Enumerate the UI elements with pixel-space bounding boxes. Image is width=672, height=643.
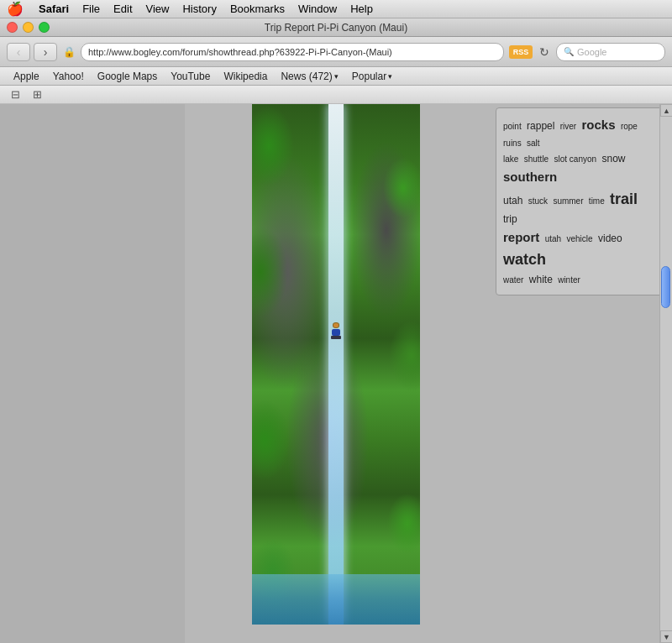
search-icon: 🔍 (564, 47, 574, 56)
waterfall-stream (328, 104, 344, 625)
lock-icon: 🔒 (60, 43, 77, 61)
titlebar: Trip Report Pi-Pi Canyon (Maui) (0, 18, 672, 37)
tag-ruins[interactable]: ruins (503, 139, 522, 148)
toolbar: ‹ › 🔒 http://www.bogley.com/forum/showth… (0, 37, 672, 67)
bottom-pool (252, 574, 420, 625)
maximize-button[interactable] (39, 22, 50, 33)
tag-watch[interactable]: watch (503, 251, 546, 268)
tag-salt[interactable]: salt (527, 139, 540, 148)
popular-label: Popular (352, 71, 386, 82)
tag-trip[interactable]: trip (503, 213, 517, 225)
menubar-file[interactable]: File (76, 0, 107, 18)
tag-vehicle[interactable]: vehicle (567, 234, 593, 243)
scroll-up-button[interactable]: ▲ (660, 104, 672, 117)
news-label: News (472) (281, 71, 332, 82)
bookmark-apple[interactable]: Apple (7, 67, 46, 86)
tag-report[interactable]: report (503, 230, 539, 244)
main-content (185, 104, 487, 643)
bookmark-yahoo[interactable]: Yahoo! (46, 67, 91, 86)
scrollbar-thumb[interactable] (661, 266, 670, 308)
climber-figure (329, 322, 343, 339)
scrollbar-track: ▲ ▼ (659, 104, 672, 643)
tag-rope[interactable]: rope (621, 122, 638, 131)
tag-utah[interactable]: utah (503, 195, 522, 206)
scroll-down-button[interactable]: ▼ (660, 630, 672, 643)
menubar-safari[interactable]: Safari (32, 0, 76, 18)
tag-summer[interactable]: summer (553, 196, 583, 206)
refresh-button[interactable]: ↻ (536, 43, 553, 61)
tag-white[interactable]: white (529, 274, 553, 285)
tag-point[interactable]: point (503, 122, 522, 131)
climber-head (333, 322, 339, 328)
close-button[interactable] (7, 22, 18, 33)
rss-button[interactable]: RSS (509, 45, 533, 59)
url-text: http://www.bogley.com/forum/showthread.p… (88, 47, 392, 57)
search-placeholder: Google (577, 47, 606, 57)
menubar-edit[interactable]: Edit (107, 0, 139, 18)
tag-lake[interactable]: lake (503, 154, 518, 164)
tag-trail[interactable]: trail (610, 191, 638, 207)
tag-rocks[interactable]: rocks (582, 118, 616, 132)
left-sidebar (0, 104, 34, 643)
window-controls (7, 22, 50, 33)
menubar-bookmarks[interactable]: Bookmarks (223, 0, 291, 18)
tag-river[interactable]: river (560, 122, 576, 131)
minimize-button[interactable] (23, 22, 34, 33)
reader-button[interactable]: ⊞ (29, 87, 45, 102)
news-chevron-icon: ▾ (334, 72, 339, 81)
tag-water[interactable]: water (503, 275, 523, 285)
tag-southern[interactable]: southern (503, 170, 557, 184)
tag-shuttle[interactable]: shuttle (524, 154, 549, 164)
bookmark-youtube[interactable]: YouTube (164, 67, 217, 86)
popular-chevron-icon: ▾ (388, 72, 392, 81)
bookmarks-bar: Apple Yahoo! Google Maps YouTube Wikiped… (0, 67, 672, 86)
sidebar-toggle-button[interactable]: ⊟ (7, 87, 24, 102)
window-title: Trip Report Pi-Pi Canyon (Maui) (265, 22, 407, 34)
climber-legs (331, 336, 341, 340)
menubar: 🍎 Safari File Edit View History Bookmark… (0, 0, 672, 18)
tag-stuck[interactable]: stuck (528, 196, 548, 206)
address-bar-container: 🔒 http://www.bogley.com/forum/showthread… (60, 43, 553, 61)
waterfall-scene (252, 104, 420, 625)
menubar-help[interactable]: Help (344, 0, 380, 18)
tag-utah2[interactable]: utah (545, 234, 561, 243)
forward-button[interactable]: › (34, 43, 57, 61)
menubar-history[interactable]: History (176, 0, 223, 18)
bookmark-wikipedia[interactable]: Wikipedia (217, 67, 274, 86)
bookmark-popular[interactable]: Popular ▾ (345, 67, 399, 86)
bookmark-google-maps[interactable]: Google Maps (91, 67, 164, 86)
tag-slot-canyon[interactable]: slot canyon (554, 154, 597, 164)
menubar-view[interactable]: View (139, 0, 176, 18)
climber-body (332, 329, 340, 336)
tag-time[interactable]: time (589, 196, 605, 206)
tag-snow[interactable]: snow (601, 153, 625, 165)
tag-winter[interactable]: winter (558, 275, 580, 285)
content-area: point rappel river rocks rope ruins salt… (0, 104, 672, 643)
icon-bar: ⊟ ⊞ (0, 86, 672, 104)
bookmark-news[interactable]: News (472) ▾ (274, 67, 344, 86)
tag-cloud: point rappel river rocks rope ruins salt… (496, 107, 664, 295)
right-panel: point rappel river rocks rope ruins salt… (487, 104, 672, 643)
address-bar[interactable]: http://www.bogley.com/forum/showthread.p… (81, 43, 504, 61)
waterfall-image (252, 104, 420, 625)
menubar-window[interactable]: Window (291, 0, 344, 18)
left-content-area (34, 104, 185, 643)
tag-rappel[interactable]: rappel (527, 120, 554, 132)
tag-video[interactable]: video (598, 233, 622, 244)
search-box[interactable]: 🔍 Google (556, 43, 665, 61)
apple-menu-icon[interactable]: 🍎 (7, 1, 24, 17)
back-button[interactable]: ‹ (7, 43, 30, 61)
